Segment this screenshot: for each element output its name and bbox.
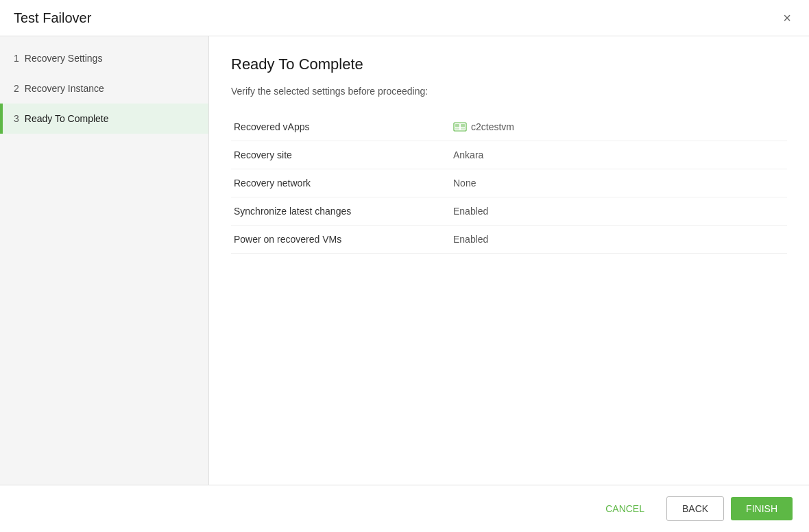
svg-rect-4 [461,128,465,130]
sidebar-label-recovery-instance: Recovery Instance [25,83,104,94]
svg-rect-2 [461,124,465,127]
sidebar-label-recovery-settings: Recovery Settings [25,53,103,64]
step-number-2: 2 [14,83,19,94]
row-label-power-on: Power on recovered VMs [231,226,450,254]
table-row: Recovery network None [231,169,787,197]
cancel-button[interactable]: CANCEL [590,497,660,520]
verify-text: Verify the selected settings before proc… [231,86,787,97]
row-value-power-on: Enabled [450,226,787,254]
row-label-recovery-network: Recovery network [231,169,450,197]
step-number-3: 3 [14,113,19,124]
sidebar-label-ready-to-complete: Ready To Complete [25,113,109,124]
close-button[interactable]: × [779,10,795,26]
row-value-recovery-site: Ankara [450,141,787,169]
row-value-recovery-network: None [450,169,787,197]
sidebar: 1 Recovery Settings 2 Recovery Instance … [0,36,209,485]
row-value-sync-changes: Enabled [450,197,787,226]
row-value-recovered-vapps: c2ctestvm [450,113,787,141]
settings-table: Recovered vApps [231,113,787,254]
dialog-header: Test Failover × [0,0,809,36]
main-content: Ready To Complete Verify the selected se… [209,36,809,485]
table-row: Recovery site Ankara [231,141,787,169]
table-row: Power on recovered VMs Enabled [231,226,787,254]
test-failover-dialog: Test Failover × 1 Recovery Settings 2 Re… [0,0,809,532]
dialog-body: 1 Recovery Settings 2 Recovery Instance … [0,36,809,485]
back-button[interactable]: BACK [666,496,724,521]
sidebar-item-recovery-settings[interactable]: 1 Recovery Settings [0,43,208,73]
row-label-recovery-site: Recovery site [231,141,450,169]
row-label-recovered-vapps: Recovered vApps [231,113,450,141]
row-label-sync-changes: Synchronize latest changes [231,197,450,226]
table-row: Recovered vApps [231,113,787,141]
dialog-title: Test Failover [14,10,91,26]
section-title: Ready To Complete [231,56,787,73]
sidebar-item-recovery-instance[interactable]: 2 Recovery Instance [0,73,208,104]
vapp-icon [453,121,467,132]
finish-button[interactable]: FINISH [731,497,793,520]
dialog-footer: CANCEL BACK FINISH [0,485,809,532]
sidebar-item-ready-to-complete[interactable]: 3 Ready To Complete [0,104,208,134]
svg-rect-1 [455,124,459,127]
table-row: Synchronize latest changes Enabled [231,197,787,226]
vapp-name: c2ctestvm [471,121,514,132]
svg-rect-3 [455,128,459,130]
step-number-1: 1 [14,53,19,64]
